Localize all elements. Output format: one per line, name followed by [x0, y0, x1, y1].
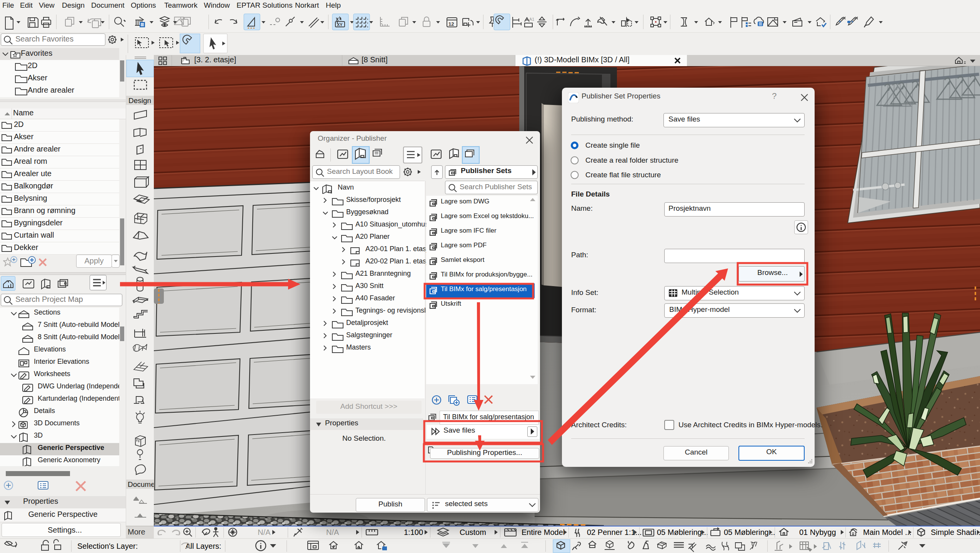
svg-text:N/A: N/A — [326, 528, 339, 536]
svg-text:Main Model ...: Main Model ... — [863, 528, 912, 536]
svg-text:05 Møblering...: 05 Møblering... — [657, 528, 708, 536]
svg-text:All Layers:: All Layers: — [185, 542, 221, 550]
svg-text:05 Møblering...: 05 Møblering... — [724, 528, 775, 536]
svg-text:Documen: Documen — [128, 480, 154, 488]
svg-text:N/A: N/A — [258, 528, 271, 536]
svg-text:Selection's Layer:: Selection's Layer: — [77, 542, 138, 550]
svg-text:Entire Model: Entire Model — [522, 528, 565, 536]
svg-text:Simple Shadi...: Simple Shadi... — [931, 528, 980, 536]
svg-text:Custom: Custom — [460, 528, 486, 536]
svg-text:01 Nybygg: 01 Nybygg — [799, 528, 836, 536]
svg-text:02 Penner 1:1...: 02 Penner 1:1... — [587, 528, 642, 536]
svg-text:Design: Design — [128, 97, 151, 105]
svg-text:1:100: 1:100 — [404, 528, 423, 536]
